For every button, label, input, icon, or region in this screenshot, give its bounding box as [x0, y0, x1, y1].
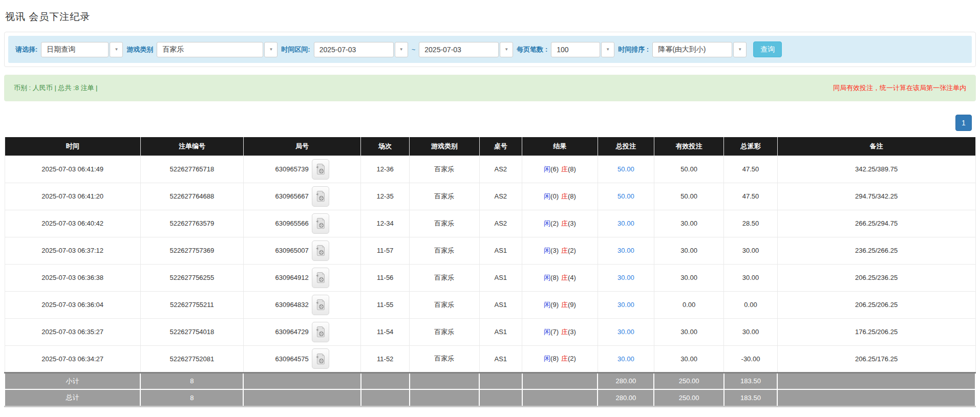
cell-game: 百家乐	[410, 345, 480, 372]
round-id-value: 630964729	[275, 328, 309, 336]
subtotal-label: 小计	[5, 372, 140, 389]
time-range-start-caret-button[interactable]: ▼	[395, 42, 408, 57]
time-range-end-caret-button[interactable]: ▼	[500, 42, 513, 57]
result-player-score: (7)	[550, 328, 559, 336]
cell-table-no: AS1	[479, 264, 522, 291]
cell-total-bet: 30.00	[598, 318, 654, 345]
cell-bet-id: 522627763579	[140, 210, 243, 237]
caret-down-icon: ▼	[738, 48, 742, 52]
caret-down-icon: ▼	[399, 48, 403, 52]
total-bet-link[interactable]: 30.00	[617, 247, 634, 254]
result-banker-score: (3)	[568, 220, 576, 227]
total-bet-link[interactable]: 30.00	[617, 355, 634, 363]
page-button-1[interactable]: 1	[955, 115, 972, 131]
cell-time: 2025-07-03 06:36:04	[5, 291, 140, 318]
total-bet-link[interactable]: 30.00	[617, 220, 634, 227]
cell-bet-id: 522627764688	[140, 183, 243, 210]
video-replay-button[interactable]	[312, 213, 329, 234]
cell-valid-bet: 30.00	[654, 264, 724, 291]
result-banker-label: 庄	[561, 247, 568, 254]
result-player-label: 闲	[544, 328, 550, 336]
video-icon	[315, 299, 325, 311]
cell-session: 11-52	[361, 345, 410, 372]
video-replay-button[interactable]	[312, 322, 329, 342]
game-category-dropdown[interactable]: 百家乐	[157, 42, 263, 57]
result-banker-score: (2)	[568, 247, 576, 254]
total-bet-link[interactable]: 30.00	[617, 328, 634, 336]
table-row: 2025-07-03 06:34:27 522627752081 6309645…	[5, 345, 975, 372]
result-banker-score: (8)	[568, 165, 576, 173]
cell-round-id: 630964832	[243, 291, 360, 318]
video-replay-button[interactable]	[312, 348, 329, 369]
time-range-end-dropdown[interactable]: 2025-07-03	[419, 42, 499, 57]
cell-session: 12-34	[361, 210, 410, 237]
col-header-total-bet: 总投注	[598, 137, 654, 156]
cell-remark: 206.25/176.25	[777, 345, 975, 372]
col-header-bet-id: 注单编号	[140, 137, 243, 156]
filter-label-time-range: 时间区间:	[281, 45, 310, 54]
total-bet-link[interactable]: 30.00	[617, 274, 634, 281]
cell-session: 11-55	[361, 291, 410, 318]
cell-total-bet: 50.00	[598, 156, 654, 183]
result-banker-label: 庄	[561, 165, 568, 173]
cell-remark: 294.75/342.25	[777, 183, 975, 210]
select-type-dropdown[interactable]: 日期查询	[41, 42, 109, 57]
per-page-value: 100	[557, 46, 568, 54]
cell-table-no: AS2	[479, 156, 522, 183]
sort-order-caret-button[interactable]: ▼	[733, 42, 747, 57]
search-button[interactable]: 查询	[753, 41, 782, 57]
cell-time: 2025-07-03 06:35:27	[5, 318, 140, 345]
table-row: 2025-07-03 06:41:20 522627764688 6309656…	[5, 183, 975, 210]
result-player-label: 闲	[544, 274, 550, 281]
cell-total-bet: 50.00	[598, 183, 654, 210]
caret-down-icon: ▼	[504, 48, 508, 52]
total-bet-link[interactable]: 50.00	[617, 192, 634, 200]
cell-valid-bet: 30.00	[654, 210, 724, 237]
summary-currency-count: 币别 : 人民币 | 总共 :8 注单 |	[14, 83, 98, 93]
cell-bet-id: 522627755211	[140, 291, 243, 318]
result-banker-label: 庄	[561, 355, 568, 362]
per-page-dropdown[interactable]: 100	[551, 42, 600, 57]
cell-round-id: 630965007	[243, 237, 360, 264]
sort-order-dropdown[interactable]: 降幂(由大到小)	[652, 42, 732, 57]
result-banker-label: 庄	[561, 274, 568, 281]
table-body: 2025-07-03 06:41:49 522627765718 6309657…	[5, 156, 975, 372]
cell-result: 闲(6)庄(8)	[522, 156, 598, 183]
cell-remark: 176.25/206.25	[777, 318, 975, 345]
total-bet-link[interactable]: 30.00	[617, 301, 634, 309]
cell-game: 百家乐	[410, 291, 480, 318]
video-replay-button[interactable]	[312, 240, 329, 261]
cell-time: 2025-07-03 06:34:27	[5, 345, 140, 372]
cell-round-id: 630964575	[243, 345, 360, 372]
result-player-score: (2)	[550, 220, 559, 227]
total-count: 8	[140, 389, 243, 406]
select-type-caret-button[interactable]: ▼	[110, 42, 123, 57]
total-valid-bet: 250.00	[654, 389, 724, 406]
video-replay-button[interactable]	[312, 295, 329, 315]
cell-round-id: 630965739	[243, 156, 360, 183]
cell-valid-bet: 0.00	[654, 291, 724, 318]
result-banker-score: (3)	[568, 328, 576, 336]
result-banker-label: 庄	[561, 328, 568, 336]
result-player-score: (8)	[550, 274, 559, 281]
total-bet-link[interactable]: 50.00	[617, 165, 634, 173]
time-range-start-dropdown[interactable]: 2025-07-03	[314, 42, 394, 57]
col-header-game: 游戏类别	[410, 137, 480, 156]
caret-down-icon: ▼	[269, 48, 273, 52]
video-replay-button[interactable]	[312, 268, 329, 288]
subtotal-payout: 183.50	[724, 372, 777, 389]
cell-time: 2025-07-03 06:36:38	[5, 264, 140, 291]
table-row: 2025-07-03 06:36:38 522627756255 6309649…	[5, 264, 975, 291]
result-banker-label: 庄	[561, 301, 568, 309]
video-icon	[315, 326, 325, 338]
result-player-label: 闲	[544, 247, 550, 254]
cell-round-id: 630964912	[243, 264, 360, 291]
video-replay-button[interactable]	[312, 159, 329, 180]
result-banker-score: (8)	[568, 192, 576, 200]
per-page-caret-button[interactable]: ▼	[601, 42, 614, 57]
round-id-value: 630964912	[275, 274, 309, 281]
game-category-caret-button[interactable]: ▼	[264, 42, 278, 57]
video-replay-button[interactable]	[312, 186, 329, 207]
filter-label-game-category: 游戏类别	[126, 45, 153, 54]
total-total-bet: 280.00	[598, 389, 654, 406]
